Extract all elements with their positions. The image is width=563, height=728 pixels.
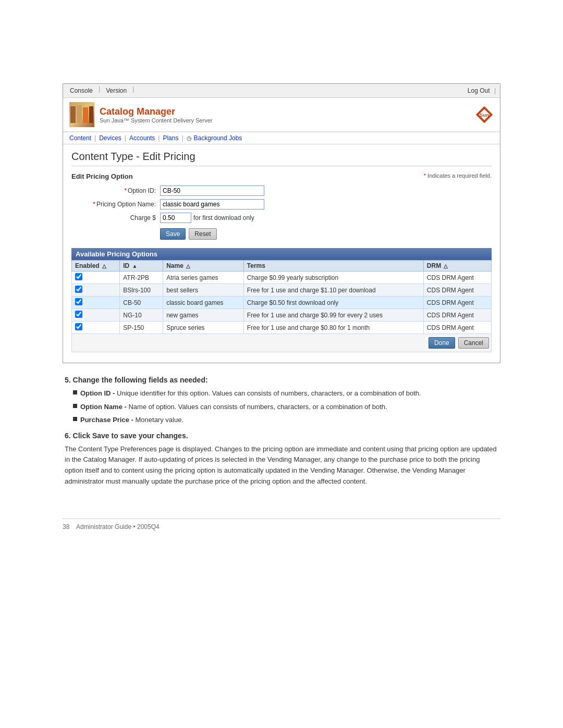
bullet-item: Option ID - Unique identifier for this o… [73, 388, 498, 399]
table-footer: Done Cancel [71, 334, 492, 352]
form-buttons: Save Reset [160, 228, 492, 240]
cell-terms: Free for 1 use and charge $0.80 for 1 mo… [243, 322, 423, 334]
doc-paragraph: The Content Type Preferences page is dis… [65, 444, 498, 487]
nav-content[interactable]: Content [69, 134, 91, 142]
app-subtitle: Sun Java™ System Content Delivery Server [100, 117, 212, 124]
logout-link[interactable]: Log Out [465, 85, 493, 96]
cell-name: Spruce series [163, 322, 244, 334]
bullet-text: Option Name - Name of option. Values can… [80, 402, 387, 412]
cell-drm: CDS DRM Agent [423, 272, 491, 284]
sun-logo: Sun [475, 105, 494, 124]
cell-enabled [72, 322, 120, 334]
nav-plans[interactable]: Plans [163, 134, 178, 142]
col-enabled[interactable]: Enabled △ [72, 261, 120, 272]
nav-devices[interactable]: Devices [99, 134, 121, 142]
col-terms: Terms [243, 261, 423, 272]
cell-name: classic board games [163, 297, 244, 309]
option-id-label: *Option ID: [71, 187, 160, 194]
enabled-checkbox[interactable] [75, 273, 82, 280]
top-bar-nav: Console | Version | [67, 85, 134, 96]
table-row: SP-150Spruce seriesFree for 1 use and ch… [72, 322, 492, 334]
page-title: Content Type - Edit Pricing [71, 151, 492, 166]
header-left: Catalog Manager Sun Java™ System Content… [69, 102, 212, 127]
cell-id: BSlrs-100 [120, 284, 163, 297]
charge-row: Charge $ for first download only [71, 213, 492, 223]
footer-text: Administrator Guide • 2005Q4 [76, 523, 160, 530]
option-id-group: *Option ID: [71, 186, 492, 196]
top-bar-sep1: | [99, 85, 100, 96]
bullet-item: Option Name - Name of option. Values can… [73, 402, 498, 412]
step5-label: 5. Change the following fields as needed… [65, 376, 498, 384]
top-bar: Console | Version | Log Out | [63, 84, 500, 98]
table-row: BSlrs-100best sellersFree for 1 use and … [72, 284, 492, 297]
sort-arrow-drm: △ [444, 263, 448, 269]
page-footer: 38 Administrator Guide • 2005Q4 [63, 519, 500, 530]
header-band: Catalog Manager Sun Java™ System Content… [63, 98, 500, 132]
table-header-row: Enabled △ ID ▲ Name △ Terms DRM △ [72, 261, 492, 272]
catalog-icon [69, 102, 94, 127]
bullet-text: Purchase Price - Monetary value. [80, 415, 183, 425]
bullet-square-icon [73, 390, 77, 394]
done-button[interactable]: Done [429, 337, 455, 349]
cell-drm: CDS DRM Agent [423, 284, 491, 297]
version-link[interactable]: Version [103, 85, 129, 96]
cell-terms: Charge $0.50 first download only [243, 297, 423, 309]
pricing-name-label: *Pricing Option Name: [71, 201, 160, 208]
enabled-checkbox[interactable] [75, 298, 82, 305]
table-row: CB-50classic board gamesCharge $0.50 fir… [72, 297, 492, 309]
bullet-text: Option ID - Unique identifier for this o… [80, 388, 421, 399]
pricing-name-group: *Pricing Option Name: [71, 199, 492, 209]
charge-label: Charge $ [71, 214, 160, 221]
bullet-square-icon [73, 404, 77, 408]
app-title: Catalog Manager [100, 106, 212, 117]
logout-area: Log Out | [465, 87, 496, 94]
nav-background-jobs[interactable]: Background Jobs [194, 134, 242, 142]
col-id[interactable]: ID ▲ [120, 261, 163, 272]
svg-rect-1 [77, 105, 82, 123]
enabled-checkbox[interactable] [75, 311, 82, 318]
cell-id: SP-150 [120, 322, 163, 334]
cell-terms: Free for 1 use and charge $0.99 for ever… [243, 309, 423, 322]
sort-arrow-id: ▲ [132, 263, 138, 269]
step6-label: 6. Click Save to save your changes. [65, 431, 498, 440]
reset-button[interactable]: Reset [189, 228, 216, 240]
console-link[interactable]: Console [67, 85, 95, 96]
enabled-checkbox[interactable] [75, 323, 82, 330]
charge-input[interactable] [160, 213, 191, 223]
col-name[interactable]: Name △ [163, 261, 244, 272]
section-header: Edit Pricing Option * Indicates a requir… [71, 172, 492, 180]
cell-enabled [72, 284, 120, 297]
charge-suffix: for first download only [193, 214, 254, 221]
cell-enabled [72, 297, 120, 309]
cell-drm: CDS DRM Agent [423, 322, 491, 334]
col-drm[interactable]: DRM △ [423, 261, 491, 272]
pricing-name-input[interactable] [160, 199, 264, 209]
required-note-text: Indicates a required field. [427, 172, 492, 179]
footer-page-number: 38 [63, 523, 69, 530]
nav-menu: Content | Devices | Accounts | Plans | ◷… [63, 132, 500, 144]
svg-rect-3 [89, 106, 93, 123]
required-star: * [424, 172, 426, 179]
cell-terms: Charge $0.99 yearly subscription [243, 272, 423, 284]
main-content: Content Type - Edit Pricing Edit Pricing… [63, 144, 500, 363]
enabled-checkbox[interactable] [75, 286, 82, 293]
header-title-block: Catalog Manager Sun Java™ System Content… [100, 106, 212, 124]
option-id-input[interactable] [160, 186, 264, 196]
edit-section-title: Edit Pricing Option [71, 172, 133, 180]
cancel-button[interactable]: Cancel [458, 337, 489, 349]
table-row: NG-10new gamesFree for 1 use and charge … [72, 309, 492, 322]
sort-arrow-name: △ [186, 263, 190, 269]
cell-id: ATR-2PB [120, 272, 163, 284]
top-bar-sep3: | [494, 87, 496, 94]
cell-terms: Free for 1 use and charge $1.10 per down… [243, 284, 423, 297]
cell-id: NG-10 [120, 309, 163, 322]
svg-text:Sun: Sun [480, 112, 489, 118]
nav-accounts[interactable]: Accounts [129, 134, 155, 142]
save-button[interactable]: Save [160, 228, 186, 240]
table-row: ATR-2PBAtria series gamesCharge $0.99 ye… [72, 272, 492, 284]
svg-rect-0 [70, 106, 76, 123]
svg-rect-2 [83, 107, 88, 123]
table-section-header: Available Pricing Options [71, 248, 492, 260]
doc-section: 5. Change the following fields as needed… [63, 376, 500, 487]
bullet-item: Purchase Price - Monetary value. [73, 415, 498, 425]
